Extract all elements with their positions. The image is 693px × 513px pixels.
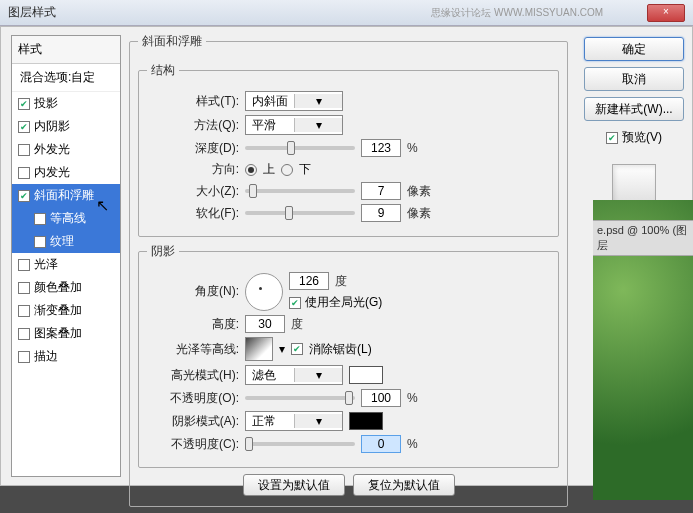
- cancel-button[interactable]: 取消: [584, 67, 684, 91]
- sidebar-item-label: 内阴影: [34, 118, 70, 135]
- global-light-label: 使用全局光(G): [305, 294, 382, 311]
- styles-sidebar: 样式 混合选项:自定 投影内阴影外发光内发光斜面和浮雕等高线纹理光泽颜色叠加渐变…: [11, 35, 121, 477]
- sidebar-item-label: 颜色叠加: [34, 279, 82, 296]
- sidebar-checkbox[interactable]: [18, 305, 30, 317]
- shadow-opacity-label: 不透明度(C):: [147, 436, 239, 453]
- shadow-opacity-input[interactable]: 0: [361, 435, 401, 453]
- structure-group: 结构 样式(T): 内斜面▾ 方法(Q): 平滑▾ 深度(D): 123 % 方…: [138, 62, 559, 237]
- highlight-opacity-label: 不透明度(O):: [147, 390, 239, 407]
- sidebar-item-label: 纹理: [50, 233, 74, 250]
- panel-title: 斜面和浮雕: [138, 33, 206, 50]
- angle-dial[interactable]: [245, 273, 283, 311]
- highlight-opacity-slider[interactable]: [245, 396, 355, 400]
- size-slider[interactable]: [245, 189, 355, 193]
- antialias-label: 消除锯齿(L): [309, 341, 372, 358]
- sidebar-item-6[interactable]: 纹理: [12, 230, 120, 253]
- chevron-down-icon: ▾: [294, 368, 342, 382]
- size-input[interactable]: 7: [361, 182, 401, 200]
- sidebar-item-11[interactable]: 描边: [12, 345, 120, 368]
- technique-combo[interactable]: 平滑▾: [245, 115, 343, 135]
- technique-label: 方法(Q):: [147, 117, 239, 134]
- sidebar-item-8[interactable]: 颜色叠加: [12, 276, 120, 299]
- sidebar-checkbox[interactable]: [18, 259, 30, 271]
- sidebar-item-label: 光泽: [34, 256, 58, 273]
- soften-unit: 像素: [407, 205, 431, 222]
- highlight-opacity-input[interactable]: 100: [361, 389, 401, 407]
- preview-label: 预览(V): [622, 129, 662, 146]
- sidebar-checkbox[interactable]: [18, 282, 30, 294]
- gloss-contour-label: 光泽等高线:: [147, 341, 239, 358]
- depth-slider[interactable]: [245, 146, 355, 150]
- sidebar-item-label: 外发光: [34, 141, 70, 158]
- global-light-checkbox[interactable]: [289, 297, 301, 309]
- shadow-mode-combo[interactable]: 正常▾: [245, 411, 343, 431]
- depth-unit: %: [407, 141, 418, 155]
- chevron-down-icon: ▾: [294, 414, 342, 428]
- sidebar-item-label: 内发光: [34, 164, 70, 181]
- soften-input[interactable]: 9: [361, 204, 401, 222]
- shading-legend: 阴影: [147, 243, 179, 260]
- chevron-down-icon: ▾: [294, 118, 342, 132]
- sidebar-item-1[interactable]: 内阴影: [12, 115, 120, 138]
- style-label: 样式(T):: [147, 93, 239, 110]
- structure-legend: 结构: [147, 62, 179, 79]
- soften-label: 软化(F):: [147, 205, 239, 222]
- sidebar-item-label: 投影: [34, 95, 58, 112]
- antialias-checkbox[interactable]: [291, 343, 303, 355]
- direction-down-radio[interactable]: [281, 164, 293, 176]
- document-tab[interactable]: e.psd @ 100% (图层: [593, 220, 693, 256]
- sidebar-checkbox[interactable]: [18, 144, 30, 156]
- sidebar-checkbox[interactable]: [18, 167, 30, 179]
- watermark: 思缘设计论坛 WWW.MISSYUAN.COM: [431, 6, 603, 20]
- angle-input[interactable]: 126: [289, 272, 329, 290]
- sidebar-header[interactable]: 样式: [12, 36, 120, 64]
- shadow-opacity-slider[interactable]: [245, 442, 355, 446]
- sidebar-item-3[interactable]: 内发光: [12, 161, 120, 184]
- sidebar-checkbox[interactable]: [18, 121, 30, 133]
- preview-checkbox[interactable]: [606, 132, 618, 144]
- sidebar-checkbox[interactable]: [34, 213, 46, 225]
- sidebar-item-9[interactable]: 渐变叠加: [12, 299, 120, 322]
- blending-options[interactable]: 混合选项:自定: [12, 64, 120, 92]
- style-combo[interactable]: 内斜面▾: [245, 91, 343, 111]
- sidebar-item-label: 渐变叠加: [34, 302, 82, 319]
- soften-slider[interactable]: [245, 211, 355, 215]
- sidebar-item-0[interactable]: 投影: [12, 92, 120, 115]
- sidebar-checkbox[interactable]: [34, 236, 46, 248]
- dialog-body: 样式 混合选项:自定 投影内阴影外发光内发光斜面和浮雕等高线纹理光泽颜色叠加渐变…: [0, 26, 693, 486]
- sidebar-item-7[interactable]: 光泽: [12, 253, 120, 276]
- shadow-color-swatch[interactable]: [349, 412, 383, 430]
- highlight-mode-label: 高光模式(H):: [147, 367, 239, 384]
- close-button[interactable]: ×: [647, 4, 685, 22]
- depth-label: 深度(D):: [147, 140, 239, 157]
- depth-input[interactable]: 123: [361, 139, 401, 157]
- ok-button[interactable]: 确定: [584, 37, 684, 61]
- size-label: 大小(Z):: [147, 183, 239, 200]
- sidebar-item-10[interactable]: 图案叠加: [12, 322, 120, 345]
- sidebar-item-4[interactable]: 斜面和浮雕: [12, 184, 120, 207]
- sidebar-item-label: 斜面和浮雕: [34, 187, 94, 204]
- sidebar-item-2[interactable]: 外发光: [12, 138, 120, 161]
- make-default-button[interactable]: 设置为默认值: [243, 474, 345, 496]
- shading-group: 阴影 角度(N): 126 度 使用全局光(G): [138, 243, 559, 468]
- chevron-down-icon: ▾: [294, 94, 342, 108]
- sidebar-item-5[interactable]: 等高线: [12, 207, 120, 230]
- chevron-down-icon[interactable]: ▾: [279, 342, 285, 356]
- highlight-mode-combo[interactable]: 滤色▾: [245, 365, 343, 385]
- altitude-input[interactable]: 30: [245, 315, 285, 333]
- sidebar-checkbox[interactable]: [18, 190, 30, 202]
- highlight-color-swatch[interactable]: [349, 366, 383, 384]
- sidebar-item-label: 等高线: [50, 210, 86, 227]
- reset-default-button[interactable]: 复位为默认值: [353, 474, 455, 496]
- main-panel: 斜面和浮雕 结构 样式(T): 内斜面▾ 方法(Q): 平滑▾ 深度(D): 1…: [121, 27, 576, 485]
- sidebar-checkbox[interactable]: [18, 98, 30, 110]
- new-style-button[interactable]: 新建样式(W)...: [584, 97, 684, 121]
- sidebar-item-label: 图案叠加: [34, 325, 82, 342]
- angle-label: 角度(N):: [147, 283, 239, 300]
- direction-up-radio[interactable]: [245, 164, 257, 176]
- gloss-contour-picker[interactable]: [245, 337, 273, 361]
- bevel-panel: 斜面和浮雕 结构 样式(T): 内斜面▾ 方法(Q): 平滑▾ 深度(D): 1…: [129, 33, 568, 507]
- sidebar-checkbox[interactable]: [18, 328, 30, 340]
- shadow-mode-label: 阴影模式(A):: [147, 413, 239, 430]
- sidebar-checkbox[interactable]: [18, 351, 30, 363]
